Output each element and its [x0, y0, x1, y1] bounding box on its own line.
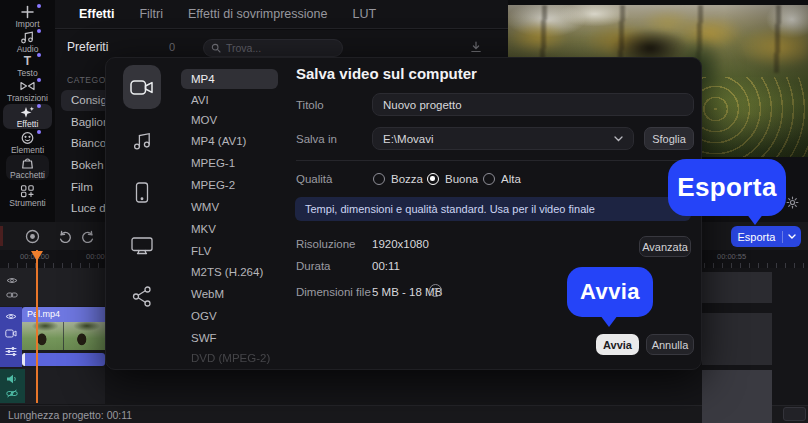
sidebar-item-import[interactable]: Import — [0, 4, 55, 29]
favorites-row: Preferiti 0 Trova... — [55, 30, 508, 57]
avvia-callout-text: Avvia — [580, 279, 640, 305]
link-icon[interactable] — [6, 291, 18, 299]
radio-buona-label[interactable]: Buona — [445, 173, 478, 185]
cancel-label: Annulla — [652, 339, 689, 351]
tab-lut[interactable]: LUT — [346, 7, 382, 21]
start-button[interactable]: Avvia — [596, 334, 639, 355]
eye-icon[interactable] — [6, 276, 18, 285]
record-icon[interactable] — [25, 229, 40, 244]
clip-audio-bar[interactable] — [22, 353, 105, 366]
edge-sliver — [0, 226, 3, 246]
format-flv[interactable]: FLV — [191, 245, 211, 257]
resolution-value: 1920x1080 — [372, 238, 429, 250]
format-m2ts[interactable]: M2TS (H.264) — [191, 266, 263, 278]
dest-computer-selected[interactable] — [123, 65, 161, 109]
notification-dot — [37, 78, 41, 82]
radio-bozza[interactable] — [373, 173, 385, 185]
sliders-icon[interactable] — [5, 346, 17, 357]
export-button[interactable]: Esporta — [731, 226, 801, 247]
clip-thumbnails[interactable] — [22, 322, 105, 350]
sidebar-item-effetti[interactable]: Effetti — [3, 104, 52, 129]
video-camera-icon — [130, 79, 154, 96]
radio-bozza-label[interactable]: Bozza — [391, 173, 423, 185]
quality-label: Qualità — [296, 173, 332, 185]
sidebar-item-audio[interactable]: Audio — [0, 29, 55, 54]
advanced-button[interactable]: Avanzata — [639, 236, 691, 257]
track-1-band — [0, 268, 105, 306]
help-icon[interactable]: ? — [429, 284, 442, 297]
title-label: Titolo — [296, 99, 324, 111]
banner-text: Tempi, dimensioni e qualità standard. Us… — [305, 203, 595, 215]
resolution-label: Risoluzione — [296, 238, 355, 250]
esporta-callout-tail — [746, 213, 764, 225]
search-placeholder: Trova... — [226, 42, 261, 54]
sidebar-item-elementi[interactable]: Elementi — [0, 130, 55, 155]
avvia-callout: Avvia — [567, 267, 653, 317]
plus-icon — [0, 5, 55, 19]
meter-toggle[interactable] — [783, 407, 806, 421]
playhead-line[interactable] — [36, 250, 38, 403]
save-path-dropdown[interactable]: E:\Movavi — [372, 127, 634, 150]
project-length: Lunghezza progetto: 00:11 — [8, 409, 132, 421]
tab-effetti[interactable]: Effetti — [73, 7, 120, 21]
tab-filtri[interactable]: Filtri — [133, 7, 169, 21]
preview-timecode: 00:00:55 — [717, 252, 746, 261]
notification-dot — [37, 130, 41, 134]
radio-buona[interactable] — [427, 173, 439, 185]
help-glyph: ? — [433, 286, 438, 296]
playhead-handle[interactable] — [31, 251, 43, 261]
dest-mobile[interactable] — [134, 182, 150, 203]
dest-audio[interactable] — [132, 131, 152, 151]
undo-icon[interactable] — [58, 230, 72, 243]
dest-share[interactable] — [132, 286, 152, 307]
radio-alta-label[interactable]: Alta — [501, 173, 521, 185]
camera-icon[interactable] — [5, 329, 17, 338]
format-mov[interactable]: MOV — [191, 114, 217, 126]
browse-label: Sfoglia — [652, 133, 686, 145]
duration-label: Durata — [296, 260, 331, 272]
share-icon — [132, 286, 152, 307]
cancel-button[interactable]: Annulla — [646, 334, 694, 355]
dest-tv[interactable] — [131, 236, 153, 255]
format-ogv[interactable]: OGV — [191, 310, 217, 322]
chevron-down-icon[interactable] — [783, 234, 801, 239]
format-mpeg2[interactable]: MPEG-2 — [191, 179, 235, 191]
format-wmv[interactable]: WMV — [191, 201, 219, 213]
search-input[interactable]: Trova... — [203, 39, 343, 57]
category-film[interactable]: Film — [71, 181, 93, 193]
format-mpeg1[interactable]: MPEG-1 — [191, 157, 235, 169]
tools-grid-icon — [0, 184, 55, 198]
effects-tab-bar: Effetti Filtri Effetti di sovrimpression… — [55, 0, 508, 29]
filesize-label: Dimensioni file — [296, 286, 371, 298]
tab-sovrimpressione[interactable]: Effetti di sovrimpressione — [182, 7, 333, 21]
app-window: Import Audio T Testo Transizioni Effetti… — [0, 0, 808, 423]
category-bokeh[interactable]: Bokeh — [71, 159, 104, 171]
browse-button[interactable]: Sfoglia — [644, 127, 694, 150]
speaker-icon[interactable] — [6, 374, 18, 384]
sidebar-item-transizioni[interactable]: Transizioni — [0, 78, 55, 103]
unlink-icon[interactable] — [6, 389, 18, 398]
duration-value: 00:11 — [372, 260, 400, 272]
text-icon: T — [0, 54, 55, 68]
sidebar-item-pacchetti[interactable]: Pacchetti — [6, 155, 49, 180]
format-dvd[interactable]: DVD (MPEG-2) — [191, 352, 270, 364]
format-swf[interactable]: SWF — [191, 332, 217, 344]
sidebar-item-testo[interactable]: T Testo — [0, 53, 55, 78]
format-webm[interactable]: WebM — [191, 288, 224, 300]
format-mp4av1[interactable]: MP4 (AV1) — [191, 135, 246, 147]
ruler-ticks — [8, 263, 104, 268]
format-mp4[interactable]: MP4 — [191, 73, 215, 85]
sidebar-item-strumenti[interactable]: Strumenti — [0, 183, 55, 208]
export-button-label: Esporta — [731, 231, 782, 243]
format-avi[interactable]: AVI — [191, 94, 209, 106]
favorites-label[interactable]: Preferiti — [67, 40, 108, 54]
clip-title-bar[interactable]: Pel.mp4 — [22, 307, 105, 322]
title-input[interactable]: Nuovo progetto — [372, 93, 694, 116]
eye-icon[interactable] — [5, 312, 17, 321]
gear-icon[interactable] — [786, 196, 799, 209]
format-mkv[interactable]: MKV — [191, 223, 216, 235]
download-icon[interactable] — [470, 41, 482, 53]
redo-icon[interactable] — [81, 230, 95, 243]
radio-alta[interactable] — [483, 173, 495, 185]
transitions-icon — [0, 79, 55, 93]
